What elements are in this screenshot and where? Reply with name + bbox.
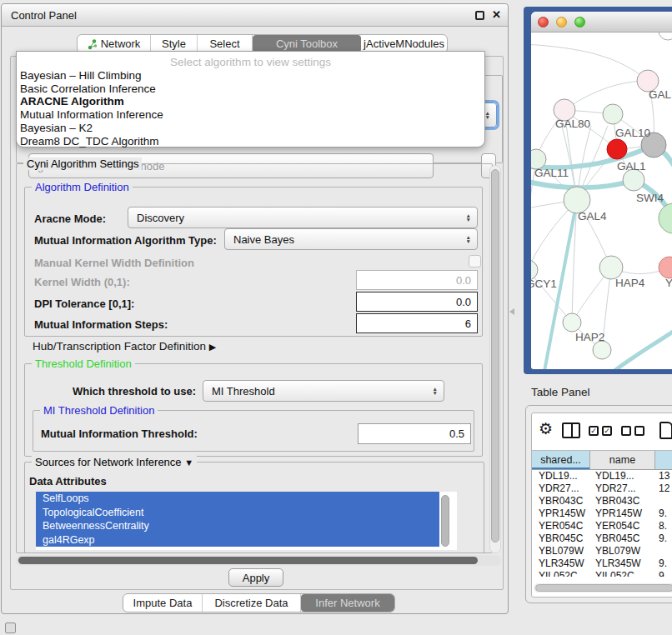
dpi-tolerance-input[interactable]: 0.0 xyxy=(356,292,478,312)
tab-network[interactable]: Network xyxy=(78,35,151,52)
mi-type-combo[interactable]: Naive Bayes ▲▼ xyxy=(224,228,478,250)
table-cell: 13 xyxy=(655,470,672,482)
table-row[interactable]: YLR345WYLR345W9. xyxy=(532,558,672,570)
tab-cyni-toolbox[interactable]: Cyni Toolbox xyxy=(253,35,361,52)
network-node[interactable] xyxy=(659,32,672,40)
table-cell: YDL19... xyxy=(590,470,655,482)
bottom-tab-infer-network[interactable]: Infer Network xyxy=(301,594,394,612)
table-row[interactable]: YPR145WYPR145W9. xyxy=(532,508,672,520)
algorithm-option[interactable]: Bayesian – K2 xyxy=(20,122,481,135)
table-row[interactable]: YDR27...YDR27...12 xyxy=(532,482,672,495)
table-row[interactable]: YDL19...YDL19...13 xyxy=(532,470,672,482)
node-label: HAP4 xyxy=(615,277,645,289)
hub-expander[interactable]: Hub/Transcription Factor Definition ▶ xyxy=(33,340,216,352)
settings-vertical-scrollbar[interactable] xyxy=(489,165,501,553)
column-header-shared[interactable]: shared... xyxy=(532,451,590,469)
network-node-gal1[interactable] xyxy=(607,139,627,159)
kernel-width-input[interactable]: 0.0 xyxy=(356,270,478,290)
panel-divider-cursor xyxy=(509,308,514,315)
node-label: GAL80 xyxy=(555,118,590,130)
new-column-icon[interactable] xyxy=(659,422,672,439)
network-node[interactable] xyxy=(593,341,611,359)
node-label: HAP2 xyxy=(575,331,604,343)
network-node-hap2[interactable] xyxy=(563,313,581,332)
sources-legend[interactable]: Sources for Network Inference ▼ xyxy=(32,456,197,468)
deselect-all-checkbox-icon[interactable] xyxy=(634,426,644,436)
dpi-tolerance-value: 0.0 xyxy=(456,296,471,308)
algorithm-dropdown-overlay: Select algorithm to view settings Bayesi… xyxy=(16,51,485,148)
zoom-traffic-light-icon[interactable] xyxy=(574,17,585,28)
tab-select[interactable]: Select xyxy=(198,35,253,52)
column-header-a[interactable]: A xyxy=(655,451,672,469)
select-all-checkbox-icon[interactable]: ✓ xyxy=(602,426,612,436)
network-node-hap4[interactable] xyxy=(599,256,623,279)
algorithm-option[interactable]: ARACNE Algorithm xyxy=(20,95,481,108)
attribute-list-item[interactable]: BetweennessCentrality xyxy=(36,519,439,533)
algorithm-dropdown-list: Bayesian – Hill ClimbingBasic Correlatio… xyxy=(20,69,481,148)
table-cell: YDR27... xyxy=(590,482,655,495)
mi-type-value: Naive Bayes xyxy=(233,233,294,246)
table-row[interactable]: YBL079WYBL079W xyxy=(532,545,672,558)
bottom-tab-impute-data[interactable]: Impute Data xyxy=(123,594,203,612)
tab-label: Cyni Toolbox xyxy=(276,38,338,50)
node-label: GAL4 xyxy=(578,210,607,222)
algorithm-definition-legend: Algorithm Definition xyxy=(32,181,133,193)
algorithm-option[interactable]: Mutual Information Inference xyxy=(20,108,481,122)
table-cell: YBL079W xyxy=(532,545,590,558)
float-window-icon[interactable] xyxy=(475,11,484,20)
table-scroll-thumb[interactable] xyxy=(535,584,672,592)
table-row[interactable]: YBR045CYBR045C9. xyxy=(532,532,672,545)
which-threshold-label: Which threshold to use: xyxy=(73,385,196,398)
network-node[interactable] xyxy=(659,203,672,233)
table-row[interactable]: YBR043CYBR043C xyxy=(532,495,672,508)
network-node-gal10[interactable] xyxy=(603,104,623,124)
which-threshold-combo[interactable]: MI Threshold ▲▼ xyxy=(203,380,444,402)
vertical-scroll-thumb[interactable] xyxy=(491,169,499,542)
network-node-y[interactable] xyxy=(659,257,672,278)
close-icon[interactable]: ✕ xyxy=(492,8,501,21)
aracne-mode-label: Aracne Mode: xyxy=(34,212,106,225)
gear-icon[interactable]: ⚙ xyxy=(539,419,553,438)
cyni-settings-legend: Cyni Algorithm Settings xyxy=(23,158,142,170)
attributes-scrollbar[interactable] xyxy=(441,495,449,547)
algorithm-option[interactable]: Basic Correlation Inference xyxy=(20,82,481,96)
apply-button[interactable]: Apply xyxy=(228,568,283,587)
expander-right-icon: ▶ xyxy=(209,342,216,352)
expander-down-icon: ▼ xyxy=(184,458,193,468)
tab-style[interactable]: Style xyxy=(151,35,198,52)
combo-spinner-icon: ▲▼ xyxy=(433,387,438,395)
select-all-checkbox-icon[interactable]: ✓ xyxy=(589,426,599,436)
table-row[interactable]: YIL052CYIL052C9 xyxy=(532,570,672,577)
attribute-list-item[interactable]: SelfLoops xyxy=(36,492,439,506)
minimized-panel-icon[interactable] xyxy=(5,622,16,633)
data-attributes-list: SelfLoopsTopologicalCoefficientBetweenne… xyxy=(36,492,457,550)
table-horizontal-scrollbar[interactable] xyxy=(534,583,672,592)
attribute-list-item[interactable]: gal4RGexp xyxy=(36,533,439,548)
horizontal-scroll-thumb[interactable] xyxy=(18,557,478,564)
minimize-traffic-light-icon[interactable] xyxy=(556,17,567,28)
mi-steps-input[interactable]: 6 xyxy=(356,313,478,333)
table-cell: YDL19... xyxy=(532,470,590,482)
network-canvas[interactable]: GALGAL80GAL10GAL1GAL11SWI4GAL4HAP4YGCY1H… xyxy=(531,32,672,369)
aracne-mode-combo[interactable]: Discovery ▲▼ xyxy=(128,207,478,228)
deselect-all-checkbox-icon[interactable] xyxy=(621,426,631,436)
bottom-tab-discretize-data[interactable]: Discretize Data xyxy=(203,594,301,612)
close-traffic-light-icon[interactable] xyxy=(538,17,549,28)
algorithm-option[interactable]: Dream8 DC_TDC Algorithm xyxy=(20,135,481,148)
tab-jactivemnodules[interactable]: jActiveMNodules xyxy=(361,35,447,52)
mi-threshold-input[interactable]: 0.5 xyxy=(358,423,471,444)
column-header-name[interactable]: name xyxy=(590,451,655,469)
split-columns-icon[interactable] xyxy=(562,422,580,438)
tab-label: Network xyxy=(101,38,141,50)
table-row[interactable]: YER054CYER054C8. xyxy=(532,520,672,532)
mi-threshold-legend: MI Threshold Definition xyxy=(40,404,158,417)
apply-button-label: Apply xyxy=(243,572,270,584)
node-label: GCY1 xyxy=(531,278,557,290)
manual-kernel-checkbox[interactable] xyxy=(469,255,481,268)
settings-horizontal-scrollbar[interactable] xyxy=(16,555,501,566)
combo-spinner-icon: ▲▼ xyxy=(466,213,471,222)
table-cell: YBR043C xyxy=(532,495,590,508)
table-cell: YPR145W xyxy=(590,508,655,520)
algorithm-option[interactable]: Bayesian – Hill Climbing xyxy=(20,69,481,82)
attribute-list-item[interactable]: TopologicalCoefficient xyxy=(36,506,439,520)
